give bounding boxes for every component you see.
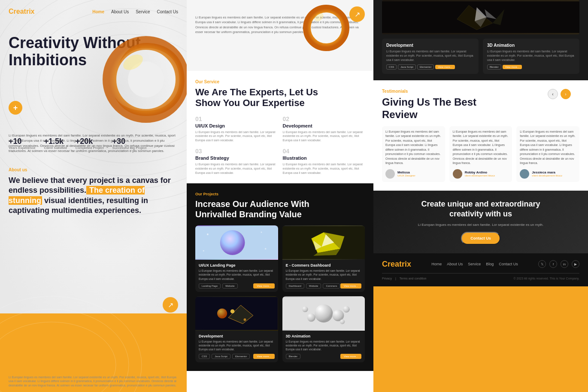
tag-dashboard: Dashboard xyxy=(286,283,304,289)
project-card-3: Development Li Europan lingues es membre… xyxy=(195,296,278,362)
test-avatar-1 xyxy=(385,169,395,179)
project-image-2 xyxy=(282,225,365,260)
footer-nav-service[interactable]: Service xyxy=(468,262,481,266)
svg-point-36 xyxy=(315,304,333,322)
proj-tags-row-3: CSS Java Script Elementor View more... xyxy=(199,354,275,359)
svg-point-22 xyxy=(203,250,204,252)
mid-top-section: ↗ Li Europan lingues es membres del sam … xyxy=(187,0,373,71)
nav-service[interactable]: Service xyxy=(136,9,150,14)
project-card-4: 3D Animation Li Europan lingues es membr… xyxy=(282,296,365,362)
project-content-3: Development Li Europan lingues es membre… xyxy=(195,331,278,362)
footer-bottom: Privacy | Terms and condition © 2023 All… xyxy=(382,273,579,280)
test-author-1: Melissa UI/UX Designer xyxy=(385,169,442,179)
project-content-2: E - Commers Dashboard Li Europan lingues… xyxy=(282,260,365,292)
rt-tag-js: Java Script xyxy=(398,64,416,70)
test-section-inner: Testimonials Giving Us The Best Review ‹… xyxy=(382,89,579,182)
svg-point-32 xyxy=(244,318,246,321)
right-top-image xyxy=(382,0,579,34)
right-panel: Development Li Europan lingues es membre… xyxy=(373,0,588,392)
middle-panel: ↗ Li Europan lingues es membres del sam … xyxy=(187,0,373,392)
footer-logo: Creatrix xyxy=(382,260,411,269)
test-next-button[interactable]: › xyxy=(561,89,571,99)
svg-point-15 xyxy=(307,9,346,47)
service-item-4: 04 Illustration Li Europan lingues es me… xyxy=(283,148,365,175)
rt-tags-3d: Blender View more... xyxy=(487,64,575,70)
test-prev-button[interactable]: ‹ xyxy=(548,89,558,99)
project-content-1: UI/UX Landing Page Li Europan lingues es… xyxy=(195,260,278,292)
rt-tag-elementor: Elementor xyxy=(417,64,434,70)
plus-button[interactable]: + xyxy=(9,101,22,115)
project-card-1: UI/UX Landing Page Li Europan lingues es… xyxy=(195,225,278,292)
test-author-2: Robby Ardino client developement tktucz xyxy=(453,169,509,179)
view-btn-3[interactable]: View more... xyxy=(253,354,274,359)
mid-ring-shape xyxy=(303,4,350,52)
test-card-2: Li Europan lingues es membres del sam fa… xyxy=(449,126,512,182)
projects-section: Our Projects Increase Our Audience With … xyxy=(187,183,373,371)
left-footer-text: Li Europan lingues es membres del sam fa… xyxy=(9,375,178,388)
proj-tags-3: CSS Java Script Elementor xyxy=(199,354,250,359)
social-facebook[interactable]: f xyxy=(549,260,557,268)
footer-nav-about[interactable]: About Us xyxy=(447,262,463,266)
social-twitter[interactable]: 𝕏 xyxy=(538,260,546,268)
svg-point-21 xyxy=(265,248,267,250)
cta-button[interactable]: Contact Us xyxy=(461,232,500,245)
mid-arrow-button[interactable]: ↗ xyxy=(349,6,365,22)
svg-point-39 xyxy=(343,306,349,312)
project-image-1 xyxy=(195,225,278,260)
footer-section: Creatrix Home About Us Service Blog Cont… xyxy=(373,253,588,286)
about-title: We believe that every project is a canva… xyxy=(9,176,178,216)
proj-tags-row-1: Landing Page Website View more... xyxy=(199,283,275,289)
svg-point-40 xyxy=(302,306,308,312)
hero-3d-shape xyxy=(97,30,187,129)
view-btn-2[interactable]: View more... xyxy=(340,283,361,289)
footer-privacy[interactable]: Privacy xyxy=(382,277,392,280)
tag-js: Java Script xyxy=(212,354,230,359)
projects-label: Our Projects xyxy=(195,192,365,196)
footer-nav-blog[interactable]: Blog xyxy=(486,262,494,266)
rt-view-dev[interactable]: View more... xyxy=(435,65,455,69)
right-top-grid: Development Li Europan lingues es membre… xyxy=(382,39,579,74)
svg-point-41 xyxy=(339,319,345,324)
services-section: Our Service We Are The Experts, Let Us S… xyxy=(187,71,373,183)
proj-tags-2: Dashboard Website Commers xyxy=(286,283,340,289)
test-cards: Li Europan lingues es membres del sam fa… xyxy=(382,126,579,182)
arrow-button[interactable]: ↗ xyxy=(163,297,178,313)
rt-card-3d: 3D Animation Li Europan lingues es membr… xyxy=(483,39,579,74)
svg-point-38 xyxy=(307,313,315,322)
projects-grid: UI/UX Landing Page Li Europan lingues es… xyxy=(195,225,365,362)
proj-tags-row-4: Blender View more... xyxy=(286,354,362,359)
svg-point-31 xyxy=(230,309,235,313)
view-btn-4[interactable]: View more... xyxy=(340,354,361,359)
test-nav: ‹ › xyxy=(548,89,571,99)
svg-point-20 xyxy=(261,232,262,233)
footer-nav-home[interactable]: Home xyxy=(431,262,442,266)
footer-terms[interactable]: Terms and condition xyxy=(400,277,427,280)
nav-contact[interactable]: Contact Us xyxy=(157,9,178,14)
services-grid: 01 UI/UX Design Li Europan lingues es me… xyxy=(195,115,365,175)
projects-title: Increase Our Audience With Unrivalled Br… xyxy=(195,199,365,219)
test-card-3: Li Europan lingues es membres del sam fa… xyxy=(516,126,579,182)
about-section: About us We believe that every project i… xyxy=(9,167,178,216)
svg-point-19 xyxy=(207,234,209,235)
right-top-svg xyxy=(382,0,579,34)
social-linkedin[interactable]: in xyxy=(561,260,568,268)
rt-view-3d[interactable]: View more... xyxy=(503,65,522,69)
view-btn-1[interactable]: View more... xyxy=(253,283,274,289)
left-logo[interactable]: Creatrix xyxy=(9,8,34,15)
test-avatar-3 xyxy=(520,169,529,179)
footer-sep: | xyxy=(395,277,396,280)
rt-tags-dev: CSS Java Script Elementor View more... xyxy=(386,64,474,70)
services-title: We Are The Experts, Let Us Show You Our … xyxy=(195,87,365,109)
cta-section: Create unique and extraordinary creativi… xyxy=(373,191,588,253)
social-youtube[interactable]: ▶ xyxy=(572,260,579,268)
proj-tags-4: Blender xyxy=(286,354,301,359)
nav-about[interactable]: About Us xyxy=(111,9,129,14)
tag-landing: Landing Page xyxy=(199,283,221,289)
left-panel: Creatrix Home About Us Service Contact U… xyxy=(0,0,187,392)
test-card-1: Li Europan lingues es membres del sam fa… xyxy=(382,126,445,182)
footer-social: 𝕏 f in ▶ xyxy=(538,260,579,268)
footer-nav-contact[interactable]: Contact Us xyxy=(499,262,518,266)
nav-home[interactable]: Home xyxy=(92,9,104,14)
project-img-svg-2 xyxy=(282,225,365,260)
tag-css: CSS xyxy=(199,354,210,359)
